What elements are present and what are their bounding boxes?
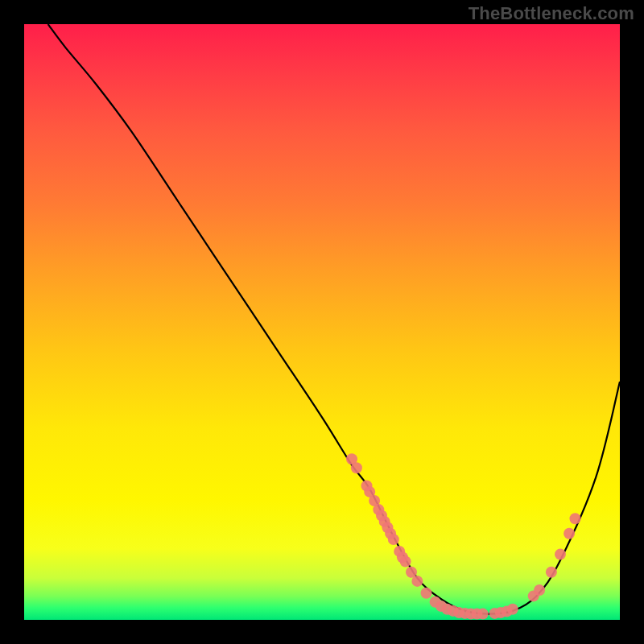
curve-marker (388, 534, 399, 545)
curve-marker (546, 567, 557, 578)
curve-marker (411, 576, 423, 587)
watermark-text: TheBottleneck.com (469, 3, 634, 24)
curve-marker (534, 584, 545, 596)
bottleneck-curve (48, 24, 620, 614)
chart-container: TheBottleneck.com (0, 0, 644, 644)
curve-svg (24, 24, 620, 620)
curve-marker (564, 528, 575, 539)
plot-area (24, 24, 620, 620)
curve-marker (570, 513, 581, 524)
curve-marker (421, 588, 432, 599)
curve-marker (351, 462, 362, 473)
curve-markers (346, 453, 581, 619)
curve-marker (507, 604, 518, 615)
curve-marker (477, 609, 489, 620)
curve-marker (400, 556, 411, 568)
curve-marker (555, 549, 566, 560)
